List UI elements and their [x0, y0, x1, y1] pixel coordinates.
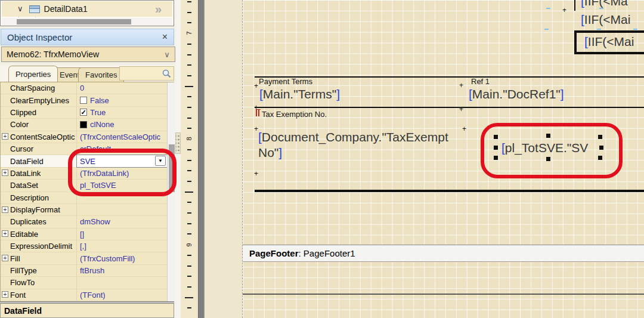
close-icon[interactable]: × — [162, 33, 168, 41]
property-row-datalink[interactable]: +DataLink(TfrxDataLink) — [1, 168, 167, 180]
scrollbar-thumb[interactable] — [169, 144, 175, 192]
property-value[interactable]: (TfrxDataLink) — [77, 168, 167, 179]
selection-handle[interactable] — [598, 135, 602, 139]
ruler-tick — [187, 170, 191, 171]
corner-marker: + — [562, 8, 568, 13]
label-tax-exemption: Tax Exemption No. — [262, 110, 327, 119]
ruler-number: 8 — [185, 135, 193, 143]
ruler-tick — [187, 75, 191, 76]
ruler-tick — [187, 54, 191, 55]
memo-iif-3-frame[interactable]: [IIF(<Mai — [574, 30, 644, 54]
chevron-down-icon[interactable]: ∨ — [162, 50, 172, 59]
selection-handle[interactable] — [598, 156, 602, 160]
memo-main-docref1[interactable]: [Main."DocRef1"] — [469, 87, 564, 101]
property-value[interactable]: crDefault — [77, 143, 167, 155]
property-value[interactable]: clNone — [77, 119, 167, 130]
selection-handle[interactable] — [546, 134, 550, 138]
property-row-clearemptylines[interactable]: ClearEmptyLinesFalse — [1, 94, 167, 106]
property-row-clipped[interactable]: Clipped✓True — [1, 107, 167, 119]
property-value[interactable]: ✓True — [77, 107, 167, 118]
property-row-contentscaleoptic[interactable]: +ContentScaleOptic(TfrxContentScaleOptic — [1, 131, 167, 143]
object-selector-combo[interactable]: Memo62: TfrxMemoView ∨ — [1, 47, 175, 62]
ruler-number: 7 — [185, 29, 193, 38]
property-search-box[interactable] — [119, 66, 174, 81]
expand-icon[interactable]: + — [2, 255, 8, 261]
checkbox-icon[interactable]: ✓ — [80, 109, 87, 116]
selection-handle[interactable] — [599, 146, 603, 150]
tab-properties[interactable]: Properties — [8, 66, 58, 82]
property-row-datafield[interactable]: DataFieldSVE▼ — [1, 155, 167, 167]
property-value[interactable]: (TFont) — [77, 289, 167, 301]
dropdown-button[interactable]: ▼ — [155, 156, 166, 166]
ruler-tick — [185, 192, 193, 193]
property-value[interactable]: dmShow — [77, 216, 167, 227]
property-value[interactable]: False — [77, 94, 167, 106]
property-value[interactable] — [77, 277, 167, 288]
panel-splitter[interactable] — [198, 0, 205, 318]
property-value[interactable] — [77, 204, 167, 215]
memo-iif-2[interactable]: [IIF(<Mai — [581, 13, 630, 27]
ruler-tick — [187, 223, 191, 224]
ruler-tick — [185, 86, 193, 87]
ruler-tick — [187, 128, 191, 129]
object-inspector-title: Object Inspector — [7, 32, 72, 42]
table-cell-border — [574, 0, 575, 11]
property-value[interactable]: [] — [77, 229, 167, 240]
selection-handle[interactable] — [494, 135, 498, 139]
table-line-thick — [255, 190, 644, 192]
splitter-grip-icon[interactable] — [175, 132, 181, 154]
property-row-displayformat[interactable]: +DisplayFormat — [1, 204, 167, 216]
band-header-pagefooter[interactable]: PageFooter: PageFooter1 — [243, 245, 644, 262]
property-value[interactable]: (TfrxContentScaleOptic — [77, 131, 167, 143]
tree-horizontal-scrollbar[interactable] — [2, 18, 172, 26]
property-row-charspacing[interactable]: CharSpacing0 — [1, 82, 167, 94]
report-page[interactable]: [IIF(<Ma [IIF(<Mai [IIF(<Mai + Payment T… — [242, 0, 644, 318]
property-row-font[interactable]: +Font(TFont) — [1, 289, 167, 301]
property-row-description[interactable]: Description — [1, 192, 167, 204]
tree-item-detaildata1[interactable]: ∨ DetailData1 » — [2, 1, 172, 17]
memo-iif-3[interactable]: [IIF(<Mai — [584, 35, 634, 49]
property-row-expressiondelimit[interactable]: ExpressionDelimit[,] — [1, 240, 167, 252]
property-value[interactable]: pl_TotSVE — [77, 180, 167, 191]
property-name: +Font — [1, 289, 77, 301]
selection-handle[interactable] — [494, 146, 498, 150]
chevron-down-icon[interactable]: ∨ — [17, 6, 23, 12]
double-chevron-icon[interactable]: » — [155, 2, 162, 16]
report-tree-panel: ∨ DetailData1 » — [0, 0, 174, 26]
property-row-flowto[interactable]: FlowTo — [1, 277, 167, 289]
property-value[interactable]: [,] — [77, 240, 167, 252]
expand-icon[interactable]: + — [2, 230, 8, 237]
property-value[interactable]: (TfrxCustomFill) — [77, 252, 167, 264]
selection-handle[interactable] — [494, 156, 498, 160]
property-row-editable[interactable]: +Editable[] — [1, 229, 167, 240]
scrollbar-thumb[interactable] — [17, 19, 131, 24]
selection-handle[interactable] — [546, 157, 550, 161]
property-value[interactable]: SVE▼ — [77, 155, 167, 166]
expand-icon[interactable]: + — [2, 291, 8, 298]
property-row-dataset[interactable]: DataSetpl_TotSVE — [1, 180, 167, 192]
property-row-filltype[interactable]: FillTypeftBrush — [1, 265, 167, 277]
property-value[interactable]: ftBrush — [77, 265, 167, 276]
property-row-color[interactable]: ColorclNone — [1, 119, 167, 131]
property-name: Clipped — [1, 107, 77, 118]
corner-marker: + — [459, 107, 465, 112]
property-row-fill[interactable]: +Fill(TfrxCustomFill) — [1, 252, 167, 264]
expand-icon[interactable]: + — [2, 206, 8, 213]
property-row-cursor[interactable]: CursorcrDefault — [1, 143, 167, 155]
property-value[interactable] — [77, 192, 167, 203]
tree-item-label: DetailData1 — [44, 4, 88, 14]
guide-mark — [546, 8, 550, 9]
property-grid-scrollbar[interactable] — [167, 82, 175, 301]
expand-icon[interactable]: + — [2, 133, 8, 140]
tab-favorites[interactable]: Favorites — [78, 67, 124, 82]
checkbox-icon[interactable] — [80, 97, 87, 104]
memo-pl-totsve-selected[interactable]: [pl_TotSVE."SV — [501, 141, 588, 155]
memo-taxexempt-no[interactable]: [Document_Company."TaxExempt No"] — [258, 129, 443, 160]
property-name: +Fill — [1, 252, 77, 264]
property-name: +ContentScaleOptic — [1, 131, 77, 143]
property-value[interactable]: 0 — [77, 82, 167, 94]
memo-iif-1[interactable]: [IIF(<Ma — [581, 0, 628, 8]
property-row-duplicates[interactable]: DuplicatesdmShow — [1, 216, 167, 228]
expand-icon[interactable]: + — [2, 169, 8, 176]
memo-main-terms[interactable]: [Main."Terms"] — [259, 87, 340, 101]
